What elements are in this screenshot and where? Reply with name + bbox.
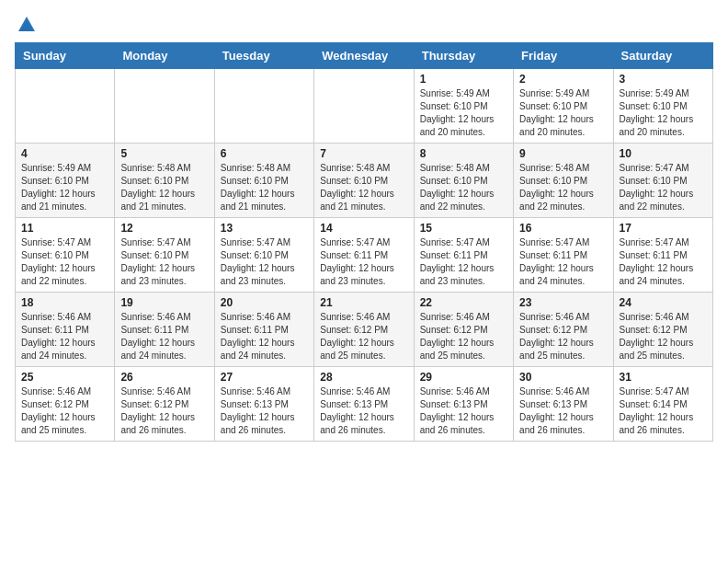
calendar-cell: 10Sunrise: 5:47 AM Sunset: 6:10 PM Dayli…	[613, 144, 712, 218]
day-number: 26	[120, 371, 208, 384]
calendar-cell: 18Sunrise: 5:46 AM Sunset: 6:11 PM Dayli…	[16, 293, 115, 367]
day-number: 1	[420, 73, 507, 86]
day-info: Sunrise: 5:48 AM Sunset: 6:10 PM Dayligh…	[519, 162, 607, 213]
calendar-cell: 23Sunrise: 5:46 AM Sunset: 6:12 PM Dayli…	[514, 293, 613, 367]
day-number: 31	[620, 371, 707, 384]
calendar-cell: 17Sunrise: 5:47 AM Sunset: 6:11 PM Dayli…	[613, 218, 712, 293]
day-number: 24	[620, 296, 707, 309]
calendar-cell	[16, 69, 115, 144]
calendar-cell	[314, 69, 414, 144]
calendar-cell: 19Sunrise: 5:46 AM Sunset: 6:11 PM Dayli…	[115, 293, 214, 367]
calendar-cell: 11Sunrise: 5:47 AM Sunset: 6:10 PM Dayli…	[16, 218, 115, 293]
calendar-cell: 15Sunrise: 5:47 AM Sunset: 6:11 PM Dayli…	[414, 218, 513, 293]
day-number: 12	[120, 222, 208, 235]
calendar-cell: 28Sunrise: 5:46 AM Sunset: 6:13 PM Dayli…	[314, 367, 414, 442]
calendar-cell: 9Sunrise: 5:48 AM Sunset: 6:10 PM Daylig…	[514, 144, 613, 218]
calendar-table: SundayMondayTuesdayWednesdayThursdayFrid…	[15, 42, 713, 442]
calendar-cell: 3Sunrise: 5:49 AM Sunset: 6:10 PM Daylig…	[613, 69, 712, 144]
day-info: Sunrise: 5:46 AM Sunset: 6:13 PM Dayligh…	[519, 385, 607, 437]
calendar-cell: 30Sunrise: 5:46 AM Sunset: 6:13 PM Dayli…	[514, 367, 613, 442]
day-number: 13	[221, 222, 308, 235]
day-header-tuesday: Tuesday	[214, 43, 313, 69]
day-info: Sunrise: 5:49 AM Sunset: 6:10 PM Dayligh…	[519, 87, 607, 139]
day-info: Sunrise: 5:49 AM Sunset: 6:10 PM Dayligh…	[620, 87, 707, 139]
calendar-cell: 7Sunrise: 5:48 AM Sunset: 6:10 PM Daylig…	[314, 144, 414, 218]
calendar-cell: 24Sunrise: 5:46 AM Sunset: 6:12 PM Dayli…	[613, 293, 712, 367]
day-number: 6	[221, 147, 308, 160]
day-number: 20	[221, 296, 308, 309]
calendar-cell: 14Sunrise: 5:47 AM Sunset: 6:11 PM Dayli…	[314, 218, 414, 293]
day-info: Sunrise: 5:48 AM Sunset: 6:10 PM Dayligh…	[320, 162, 407, 213]
calendar-cell: 27Sunrise: 5:46 AM Sunset: 6:13 PM Dayli…	[214, 367, 313, 442]
day-header-wednesday: Wednesday	[314, 43, 414, 69]
calendar-header-row: SundayMondayTuesdayWednesdayThursdayFrid…	[16, 43, 713, 69]
day-number: 19	[120, 296, 208, 309]
day-info: Sunrise: 5:46 AM Sunset: 6:12 PM Dayligh…	[420, 311, 507, 362]
day-info: Sunrise: 5:47 AM Sunset: 6:14 PM Dayligh…	[620, 385, 707, 437]
day-header-friday: Friday	[514, 43, 613, 69]
day-number: 29	[420, 371, 507, 384]
day-number: 22	[420, 296, 507, 309]
day-info: Sunrise: 5:46 AM Sunset: 6:13 PM Dayligh…	[221, 385, 308, 437]
day-number: 9	[519, 147, 607, 160]
calendar-cell: 20Sunrise: 5:46 AM Sunset: 6:11 PM Dayli…	[214, 293, 313, 367]
day-info: Sunrise: 5:46 AM Sunset: 6:11 PM Dayligh…	[221, 311, 308, 362]
day-number: 21	[320, 296, 407, 309]
day-number: 27	[221, 371, 308, 384]
calendar-cell: 29Sunrise: 5:46 AM Sunset: 6:13 PM Dayli…	[414, 367, 513, 442]
day-number: 3	[620, 73, 707, 86]
day-info: Sunrise: 5:48 AM Sunset: 6:10 PM Dayligh…	[120, 162, 208, 213]
day-number: 8	[420, 147, 507, 160]
day-number: 2	[519, 73, 607, 86]
calendar-cell: 6Sunrise: 5:48 AM Sunset: 6:10 PM Daylig…	[214, 144, 313, 218]
calendar-cell: 8Sunrise: 5:48 AM Sunset: 6:10 PM Daylig…	[414, 144, 513, 218]
day-number: 11	[21, 222, 108, 235]
calendar-week-row: 25Sunrise: 5:46 AM Sunset: 6:12 PM Dayli…	[16, 367, 713, 442]
calendar-week-row: 18Sunrise: 5:46 AM Sunset: 6:11 PM Dayli…	[16, 293, 713, 367]
day-info: Sunrise: 5:46 AM Sunset: 6:12 PM Dayligh…	[21, 385, 108, 437]
calendar-week-row: 4Sunrise: 5:49 AM Sunset: 6:10 PM Daylig…	[16, 144, 713, 218]
day-number: 4	[21, 147, 108, 160]
calendar-week-row: 11Sunrise: 5:47 AM Sunset: 6:10 PM Dayli…	[16, 218, 713, 293]
day-info: Sunrise: 5:47 AM Sunset: 6:10 PM Dayligh…	[21, 236, 108, 288]
day-number: 15	[420, 222, 507, 235]
calendar-cell: 21Sunrise: 5:46 AM Sunset: 6:12 PM Dayli…	[314, 293, 414, 367]
calendar-cell: 12Sunrise: 5:47 AM Sunset: 6:10 PM Dayli…	[115, 218, 214, 293]
day-info: Sunrise: 5:47 AM Sunset: 6:10 PM Dayligh…	[120, 236, 208, 288]
day-number: 17	[620, 222, 707, 235]
calendar-week-row: 1Sunrise: 5:49 AM Sunset: 6:10 PM Daylig…	[16, 69, 713, 144]
calendar-cell: 26Sunrise: 5:46 AM Sunset: 6:12 PM Dayli…	[115, 367, 214, 442]
day-info: Sunrise: 5:46 AM Sunset: 6:11 PM Dayligh…	[120, 311, 208, 362]
calendar-cell: 2Sunrise: 5:49 AM Sunset: 6:10 PM Daylig…	[514, 69, 613, 144]
day-info: Sunrise: 5:46 AM Sunset: 6:11 PM Dayligh…	[21, 311, 108, 362]
calendar-cell: 22Sunrise: 5:46 AM Sunset: 6:12 PM Dayli…	[414, 293, 513, 367]
day-number: 7	[320, 147, 407, 160]
day-info: Sunrise: 5:47 AM Sunset: 6:11 PM Dayligh…	[620, 236, 707, 288]
calendar-cell: 13Sunrise: 5:47 AM Sunset: 6:10 PM Dayli…	[214, 218, 313, 293]
day-number: 10	[620, 147, 707, 160]
calendar-cell: 5Sunrise: 5:48 AM Sunset: 6:10 PM Daylig…	[115, 144, 214, 218]
day-number: 25	[21, 371, 108, 384]
day-info: Sunrise: 5:46 AM Sunset: 6:12 PM Dayligh…	[120, 385, 208, 437]
day-number: 30	[519, 371, 607, 384]
day-info: Sunrise: 5:49 AM Sunset: 6:10 PM Dayligh…	[21, 162, 108, 213]
calendar-cell: 31Sunrise: 5:47 AM Sunset: 6:14 PM Dayli…	[613, 367, 712, 442]
logo-icon	[17, 15, 37, 35]
day-header-monday: Monday	[115, 43, 214, 69]
day-number: 5	[120, 147, 208, 160]
day-info: Sunrise: 5:48 AM Sunset: 6:10 PM Dayligh…	[420, 162, 507, 213]
day-header-sunday: Sunday	[16, 43, 115, 69]
day-header-thursday: Thursday	[414, 43, 513, 69]
calendar-cell: 4Sunrise: 5:49 AM Sunset: 6:10 PM Daylig…	[16, 144, 115, 218]
calendar-cell: 16Sunrise: 5:47 AM Sunset: 6:11 PM Dayli…	[514, 218, 613, 293]
day-header-saturday: Saturday	[613, 43, 712, 69]
day-info: Sunrise: 5:47 AM Sunset: 6:10 PM Dayligh…	[620, 162, 707, 213]
day-info: Sunrise: 5:46 AM Sunset: 6:13 PM Dayligh…	[420, 385, 507, 437]
logo	[15, 15, 37, 35]
day-info: Sunrise: 5:46 AM Sunset: 6:12 PM Dayligh…	[320, 311, 407, 362]
day-number: 23	[519, 296, 607, 309]
day-info: Sunrise: 5:47 AM Sunset: 6:11 PM Dayligh…	[519, 236, 607, 288]
calendar-cell	[214, 69, 313, 144]
day-number: 18	[21, 296, 108, 309]
calendar-cell: 25Sunrise: 5:46 AM Sunset: 6:12 PM Dayli…	[16, 367, 115, 442]
